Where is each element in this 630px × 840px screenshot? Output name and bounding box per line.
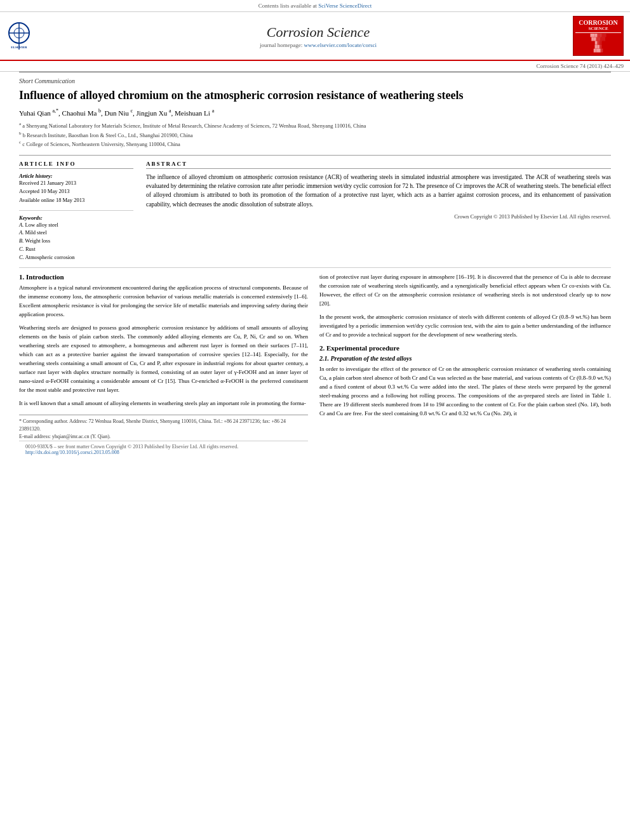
body-content: 1. Introduction Atmosphere is a typical … xyxy=(19,267,611,457)
keywords-block: Keywords: A. Low alloy steel A. Mild ste… xyxy=(19,215,133,262)
history-block: Article history: Received 21 January 201… xyxy=(19,173,133,205)
affil-c: c xyxy=(131,108,133,114)
volume-info: Corrosion Science 74 (2013) 424–429 xyxy=(0,61,630,72)
intro-para-right-2: In the present work, the atmospheric cor… xyxy=(319,313,611,340)
intro-para-right-1: tion of protective rust layer during exp… xyxy=(319,273,611,309)
affiliations: a a Shenyang National Laboratory for Mat… xyxy=(19,118,611,152)
doi-text: 0010-938X/$ – see front matter Crown Cop… xyxy=(25,444,302,450)
keyword-4: C. Rust xyxy=(19,245,133,253)
abstract-header: ABSTRACT xyxy=(146,161,611,169)
footnotes: * Corresponding author. Address: 72 Wenh… xyxy=(19,415,308,441)
contents-text: Contents lists available at xyxy=(258,3,317,9)
bottom-bar: 0010-938X/$ – see front matter Crown Cop… xyxy=(19,441,308,458)
keyword-1: A. Low alloy steel xyxy=(19,221,133,229)
authors: Yuhai Qian a,*, Chaohui Ma b, Dun Niu c,… xyxy=(19,107,611,118)
article-type: Short Communication xyxy=(19,72,611,86)
intro-para-2: Weathering steels are designed to posses… xyxy=(19,324,308,395)
elsevier-tree-icon: ELSEVIER xyxy=(6,20,32,52)
elsevier-logo: ELSEVIER xyxy=(6,20,64,52)
sciverse-link[interactable]: SciVerse ScienceDirect xyxy=(318,3,372,9)
author-chaohui: Chaohui Ma xyxy=(62,109,97,117)
journal-title: Corrosion Science xyxy=(70,24,566,41)
intro-title: 1. Introduction xyxy=(19,273,308,281)
experimental-title: 2. Experimental procedure xyxy=(319,344,611,352)
keyword-3: B. Weight loss xyxy=(19,237,133,245)
affiliation-a: a a Shenyang National Laboratory for Mat… xyxy=(19,121,611,130)
affiliation-c: c c College of Sciences, Northeastern Un… xyxy=(19,139,611,149)
abstract-text: The influence of alloyed chromium on atm… xyxy=(146,173,611,221)
journal-badge: CORROSION SCIENCE ▓▓▓▒▒░░▓▓▒▒░░▓▒░▓▓▒▓▓▓… xyxy=(573,16,624,56)
keyword-2: A. Mild steel xyxy=(19,229,133,237)
preparation-para-1: In order to investigate the effect of th… xyxy=(319,365,611,418)
author-meishuan: Meishuan Li xyxy=(175,109,210,117)
affil-a2: a xyxy=(169,108,171,114)
preparation-title: 2.1. Preparation of the tested alloys xyxy=(319,355,611,362)
body-right-col: tion of protective rust layer during exp… xyxy=(319,273,611,457)
top-bar: Contents lists available at SciVerse Sci… xyxy=(0,0,630,12)
article-info-header: ARTICLE INFO xyxy=(19,161,133,169)
corrosion-badge: CORROSION SCIENCE ▓▓▓▒▒░░▓▓▒▒░░▓▒░▓▓▒▓▓▓… xyxy=(573,16,624,56)
article-title: Influence of alloyed chromium on the atm… xyxy=(19,86,611,107)
intro-para-3: It is well known that a small amount of … xyxy=(19,399,308,408)
affil-b: b xyxy=(98,108,101,114)
footnote-email: E-mail address: yhqian@imr.ac.cn (Y. Qia… xyxy=(19,433,308,441)
journal-center: Corrosion Science journal homepage: www.… xyxy=(70,24,566,48)
accepted-date: Accepted 10 May 2013 xyxy=(19,187,133,196)
keywords-label: Keywords: xyxy=(19,215,133,221)
author-jingjun: Jingjun Xu xyxy=(137,109,168,117)
doi-link[interactable]: http://dx.doi.org/10.1016/j.corsci.2013.… xyxy=(25,450,302,455)
journal-homepage: journal homepage: www.elsevier.com/locat… xyxy=(70,42,566,48)
article-info-abstract: ARTICLE INFO Article history: Received 2… xyxy=(19,155,611,262)
body-left-col: 1. Introduction Atmosphere is a typical … xyxy=(19,273,308,457)
article-info-col: ARTICLE INFO Article history: Received 2… xyxy=(19,161,133,262)
footnote-1: * Corresponding author. Address: 72 Wenh… xyxy=(19,418,308,433)
intro-para-1: Atmosphere is a typical natural environm… xyxy=(19,284,308,319)
svg-text:ELSEVIER: ELSEVIER xyxy=(11,46,27,49)
keyword-5: C. Atmospheric corrosion xyxy=(19,253,133,262)
affil-a: a,* xyxy=(53,108,59,114)
affil-a3: a xyxy=(212,108,215,114)
author-yuhai: Yuhai Qian xyxy=(19,109,51,117)
copyright-line: Crown Copyright © 2013 Published by Else… xyxy=(146,213,611,221)
affiliation-b: b b Research Institute, Baosthan Iron & … xyxy=(19,130,611,140)
available-date: Available online 18 May 2013 xyxy=(19,196,133,205)
history-label: Article history: xyxy=(19,173,133,179)
received-date: Received 21 January 2013 xyxy=(19,179,133,188)
content-area: Short Communication Influence of alloyed… xyxy=(0,72,630,458)
author-dun: Dun Niu xyxy=(105,109,129,117)
journal-header: ELSEVIER Corrosion Science journal homep… xyxy=(0,12,630,61)
abstract-col: ABSTRACT The influence of alloyed chromi… xyxy=(146,161,611,262)
